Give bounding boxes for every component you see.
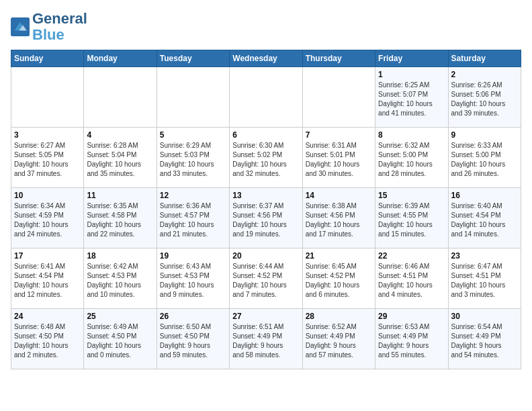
calendar-cell (302, 67, 375, 128)
calendar-cell (157, 67, 229, 128)
calendar-cell: 26Sunrise: 6:50 AM Sunset: 4:50 PM Dayli… (157, 309, 229, 369)
day-number: 23 (451, 251, 518, 261)
calendar-table: SundayMondayTuesdayWednesdayThursdayFrid… (11, 50, 521, 369)
day-info: Sunrise: 6:34 AM Sunset: 4:59 PM Dayligh… (14, 201, 81, 239)
day-number: 18 (87, 251, 153, 261)
day-number: 10 (14, 191, 81, 200)
day-number: 9 (451, 130, 518, 140)
calendar-cell: 13Sunrise: 6:37 AM Sunset: 4:56 PM Dayli… (230, 188, 302, 248)
weekday-header: Wednesday (230, 50, 302, 67)
day-info: Sunrise: 6:41 AM Sunset: 4:54 PM Dayligh… (14, 262, 81, 300)
day-info: Sunrise: 6:51 AM Sunset: 4:49 PM Dayligh… (232, 322, 299, 360)
calendar-cell: 23Sunrise: 6:47 AM Sunset: 4:51 PM Dayli… (448, 248, 521, 309)
logo-text: General Blue (32, 11, 87, 43)
day-number: 5 (160, 130, 226, 140)
calendar-cell: 14Sunrise: 6:38 AM Sunset: 4:56 PM Dayli… (302, 188, 375, 248)
day-number: 13 (232, 191, 299, 200)
calendar-cell (230, 67, 302, 128)
calendar-cell: 22Sunrise: 6:46 AM Sunset: 4:51 PM Dayli… (375, 248, 448, 309)
weekday-header: Friday (375, 50, 448, 67)
calendar-cell: 11Sunrise: 6:35 AM Sunset: 4:58 PM Dayli… (84, 188, 157, 248)
calendar-cell: 30Sunrise: 6:54 AM Sunset: 4:49 PM Dayli… (448, 309, 521, 369)
calendar-header: SundayMondayTuesdayWednesdayThursdayFrid… (11, 50, 521, 67)
calendar-week: 3Sunrise: 6:27 AM Sunset: 5:05 PM Daylig… (11, 128, 521, 188)
calendar-body: 1Sunrise: 6:25 AM Sunset: 5:07 PM Daylig… (11, 67, 521, 369)
day-number: 15 (378, 191, 445, 200)
day-info: Sunrise: 6:42 AM Sunset: 4:53 PM Dayligh… (87, 262, 153, 300)
calendar-cell: 27Sunrise: 6:51 AM Sunset: 4:49 PM Dayli… (230, 309, 302, 369)
calendar-cell: 29Sunrise: 6:53 AM Sunset: 4:49 PM Dayli… (375, 309, 448, 369)
day-info: Sunrise: 6:28 AM Sunset: 5:04 PM Dayligh… (87, 141, 153, 179)
calendar-cell: 12Sunrise: 6:36 AM Sunset: 4:57 PM Dayli… (157, 188, 229, 248)
calendar-cell (11, 67, 84, 128)
calendar-cell: 17Sunrise: 6:41 AM Sunset: 4:54 PM Dayli… (11, 248, 84, 309)
day-number: 6 (232, 130, 299, 140)
day-number: 22 (378, 251, 445, 261)
day-number: 3 (14, 130, 81, 140)
day-number: 7 (306, 130, 372, 140)
day-number: 27 (232, 312, 299, 321)
day-number: 4 (87, 130, 153, 140)
day-info: Sunrise: 6:29 AM Sunset: 5:03 PM Dayligh… (160, 141, 226, 179)
weekday-header: Sunday (11, 50, 84, 67)
day-number: 1 (378, 70, 445, 79)
calendar-cell: 6Sunrise: 6:30 AM Sunset: 5:02 PM Daylig… (230, 128, 302, 188)
day-number: 16 (451, 191, 518, 200)
calendar-cell: 9Sunrise: 6:33 AM Sunset: 5:00 PM Daylig… (448, 128, 521, 188)
day-info: Sunrise: 6:47 AM Sunset: 4:51 PM Dayligh… (451, 262, 518, 300)
day-info: Sunrise: 6:25 AM Sunset: 5:07 PM Dayligh… (378, 81, 445, 118)
calendar-cell: 24Sunrise: 6:48 AM Sunset: 4:50 PM Dayli… (11, 309, 84, 369)
calendar-cell: 20Sunrise: 6:44 AM Sunset: 4:52 PM Dayli… (230, 248, 302, 309)
calendar-cell: 8Sunrise: 6:32 AM Sunset: 5:00 PM Daylig… (375, 128, 448, 188)
day-number: 2 (451, 70, 518, 79)
weekday-header: Saturday (448, 50, 521, 67)
day-number: 25 (87, 312, 153, 321)
calendar-cell (84, 67, 157, 128)
day-info: Sunrise: 6:33 AM Sunset: 5:00 PM Dayligh… (451, 141, 518, 179)
day-number: 20 (232, 251, 299, 261)
day-info: Sunrise: 6:49 AM Sunset: 4:50 PM Dayligh… (87, 322, 153, 360)
day-number: 12 (160, 191, 226, 200)
weekday-header: Tuesday (157, 50, 229, 67)
day-number: 14 (306, 191, 372, 200)
day-number: 8 (378, 130, 445, 140)
calendar-cell: 3Sunrise: 6:27 AM Sunset: 5:05 PM Daylig… (11, 128, 84, 188)
calendar-week: 10Sunrise: 6:34 AM Sunset: 4:59 PM Dayli… (11, 188, 521, 248)
calendar-cell: 5Sunrise: 6:29 AM Sunset: 5:03 PM Daylig… (157, 128, 229, 188)
day-info: Sunrise: 6:54 AM Sunset: 4:49 PM Dayligh… (451, 322, 518, 360)
calendar-week: 17Sunrise: 6:41 AM Sunset: 4:54 PM Dayli… (11, 248, 521, 309)
day-info: Sunrise: 6:38 AM Sunset: 4:56 PM Dayligh… (306, 201, 372, 239)
day-info: Sunrise: 6:37 AM Sunset: 4:56 PM Dayligh… (232, 201, 299, 239)
day-info: Sunrise: 6:35 AM Sunset: 4:58 PM Dayligh… (87, 201, 153, 239)
calendar-cell: 10Sunrise: 6:34 AM Sunset: 4:59 PM Dayli… (11, 188, 84, 248)
day-info: Sunrise: 6:36 AM Sunset: 4:57 PM Dayligh… (160, 201, 226, 239)
day-number: 19 (160, 251, 226, 261)
logo-icon (11, 17, 30, 36)
day-info: Sunrise: 6:46 AM Sunset: 4:51 PM Dayligh… (378, 262, 445, 300)
day-number: 17 (14, 251, 81, 261)
weekday-header: Monday (84, 50, 157, 67)
calendar-cell: 7Sunrise: 6:31 AM Sunset: 5:01 PM Daylig… (302, 128, 375, 188)
day-number: 24 (14, 312, 81, 321)
day-info: Sunrise: 6:45 AM Sunset: 4:52 PM Dayligh… (306, 262, 372, 300)
calendar-cell: 18Sunrise: 6:42 AM Sunset: 4:53 PM Dayli… (84, 248, 157, 309)
day-info: Sunrise: 6:26 AM Sunset: 5:06 PM Dayligh… (451, 81, 518, 118)
calendar-week: 1Sunrise: 6:25 AM Sunset: 5:07 PM Daylig… (11, 67, 521, 128)
day-info: Sunrise: 6:30 AM Sunset: 5:02 PM Dayligh… (232, 141, 299, 179)
day-info: Sunrise: 6:27 AM Sunset: 5:05 PM Dayligh… (14, 141, 81, 179)
calendar-cell: 19Sunrise: 6:43 AM Sunset: 4:53 PM Dayli… (157, 248, 229, 309)
logo: General Blue (11, 11, 87, 43)
day-number: 21 (306, 251, 372, 261)
day-number: 30 (451, 312, 518, 321)
page-header: General Blue (11, 11, 521, 43)
day-number: 11 (87, 191, 153, 200)
day-number: 29 (378, 312, 445, 321)
day-number: 28 (306, 312, 372, 321)
calendar-cell: 2Sunrise: 6:26 AM Sunset: 5:06 PM Daylig… (448, 67, 521, 128)
day-info: Sunrise: 6:53 AM Sunset: 4:49 PM Dayligh… (378, 322, 445, 360)
calendar-cell: 4Sunrise: 6:28 AM Sunset: 5:04 PM Daylig… (84, 128, 157, 188)
calendar-cell: 16Sunrise: 6:40 AM Sunset: 4:54 PM Dayli… (448, 188, 521, 248)
calendar-cell: 28Sunrise: 6:52 AM Sunset: 4:49 PM Dayli… (302, 309, 375, 369)
day-info: Sunrise: 6:48 AM Sunset: 4:50 PM Dayligh… (14, 322, 81, 360)
day-info: Sunrise: 6:40 AM Sunset: 4:54 PM Dayligh… (451, 201, 518, 239)
